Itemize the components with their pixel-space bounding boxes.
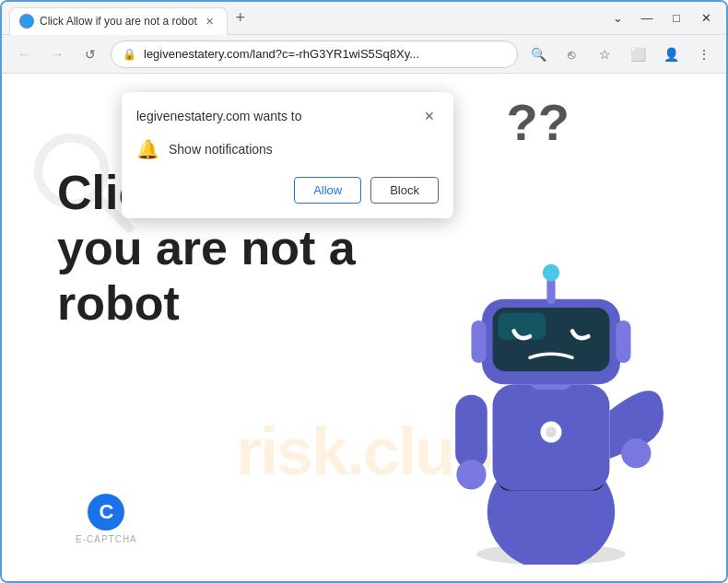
allow-button[interactable]: Allow — [294, 177, 361, 204]
tab-close-button[interactable]: ✕ — [203, 14, 217, 29]
address-bar: ← → ↺ 🔒 legivenestatery.com/land?c=-rhG3… — [2, 35, 726, 74]
forward-button[interactable]: → — [44, 41, 70, 67]
reload-button[interactable]: ↺ — [77, 41, 103, 67]
svg-rect-15 — [616, 321, 630, 363]
popup-body: 🔔 Show notifications — [136, 138, 439, 160]
bell-icon: 🔔 — [136, 138, 159, 160]
page-content: risk.club Click Allow if you are not a r… — [2, 74, 726, 581]
headline-line3: robot — [57, 276, 180, 330]
notification-popup: legivenestatery.com wants to ✕ 🔔 Show no… — [122, 92, 453, 218]
collapse-icon[interactable]: ⌄ — [605, 6, 630, 31]
ecaptcha-label: E-CAPTCHA — [76, 534, 137, 544]
popup-close-button[interactable]: ✕ — [420, 107, 439, 125]
popup-actions: Allow Block — [136, 177, 439, 204]
new-tab-button[interactable]: + — [228, 6, 253, 31]
minimize-button[interactable]: — — [634, 6, 660, 31]
menu-icon[interactable]: ⋮ — [691, 41, 717, 67]
svg-rect-14 — [471, 321, 486, 363]
lock-icon: 🔒 — [123, 48, 136, 61]
svg-rect-16 — [546, 278, 555, 305]
svg-point-19 — [546, 426, 557, 437]
bookmark-icon[interactable]: ☆ — [592, 41, 617, 67]
popup-notification-text: Show notifications — [169, 142, 273, 157]
profile-icon[interactable]: 👤 — [658, 41, 684, 67]
headline-line2: you are not a — [57, 221, 356, 274]
maximize-button[interactable]: □ — [663, 6, 689, 31]
ecaptcha-logo-icon: C — [88, 494, 124, 531]
close-button[interactable]: ✕ — [693, 6, 719, 31]
svg-rect-13 — [498, 313, 546, 340]
browser-tab[interactable]: 🌐 Click Allow if you are not a robot ✕ — [9, 7, 228, 35]
svg-point-9 — [621, 438, 651, 468]
browser-window: 🌐 Click Allow if you are not a robot ✕ +… — [0, 0, 728, 583]
split-icon[interactable]: ⬜ — [625, 41, 651, 67]
svg-point-8 — [456, 460, 486, 489]
tab-favicon: 🌐 — [19, 14, 34, 29]
back-button[interactable]: ← — [11, 41, 37, 67]
popup-title: legivenestatery.com wants to — [136, 109, 302, 123]
title-bar: 🌐 Click Allow if you are not a robot ✕ +… — [2, 2, 726, 35]
tab-area: 🌐 Click Allow if you are not a robot ✕ + — [9, 2, 601, 34]
search-icon[interactable]: 🔍 — [525, 41, 551, 67]
svg-point-17 — [543, 264, 559, 281]
ecaptcha-logo-area: C E-CAPTCHA — [76, 494, 137, 544]
url-text: legivenestatery.com/land?c=-rhG3YR1wiS5S… — [144, 47, 419, 61]
question-marks: ?? — [507, 92, 569, 152]
robot-illustration — [413, 204, 689, 535]
share-icon[interactable]: ⎋ — [558, 41, 584, 67]
popup-header: legivenestatery.com wants to ✕ — [136, 107, 439, 125]
url-bar[interactable]: 🔒 legivenestatery.com/land?c=-rhG3YR1wiS… — [111, 41, 518, 68]
tab-title: Click Allow if you are not a robot — [40, 15, 197, 28]
window-controls: ⌄ — □ ✕ — [605, 6, 719, 31]
block-button[interactable]: Block — [370, 177, 439, 204]
svg-rect-7 — [455, 395, 487, 470]
